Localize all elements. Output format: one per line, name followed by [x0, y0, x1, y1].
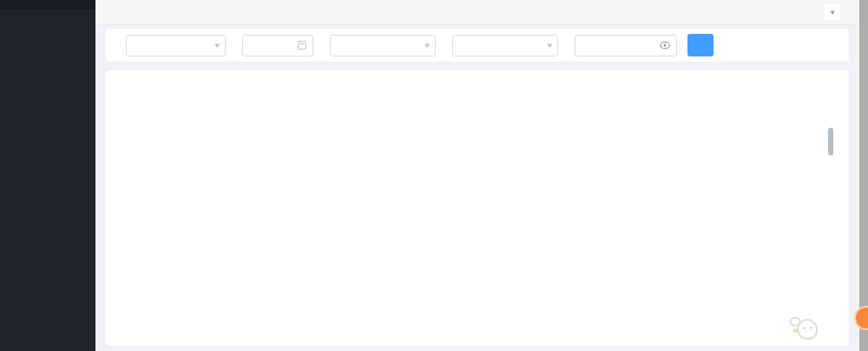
tab-bar: ▾	[95, 0, 859, 25]
chevron-down-icon: ▾	[542, 41, 553, 50]
filter-bar: ▾ ▾ ▾	[106, 29, 849, 62]
chevron-down-icon: ▾	[420, 41, 431, 50]
calendar-icon	[298, 41, 306, 50]
eye-icon[interactable]	[660, 40, 670, 50]
watermark	[789, 315, 826, 343]
staff-input[interactable]	[575, 35, 677, 56]
main-area: ▾ ▾ ▾ ▾	[95, 0, 859, 351]
watermark-logo-icon	[789, 315, 819, 342]
channel-select[interactable]: ▾	[452, 35, 558, 56]
sidebar-submenu	[0, 0, 95, 10]
search-button[interactable]	[687, 34, 713, 56]
report-card	[106, 70, 849, 346]
date-input[interactable]	[242, 35, 313, 56]
table-scrollbar-thumb[interactable]	[828, 128, 833, 156]
store-select[interactable]: ▾	[126, 35, 226, 56]
region-select[interactable]: ▾	[330, 35, 436, 56]
chevron-down-icon: ▾	[210, 41, 220, 50]
page-scrollbar[interactable]	[859, 0, 868, 351]
sidebar	[0, 0, 95, 351]
chevron-down-icon[interactable]: ▾	[825, 4, 840, 20]
